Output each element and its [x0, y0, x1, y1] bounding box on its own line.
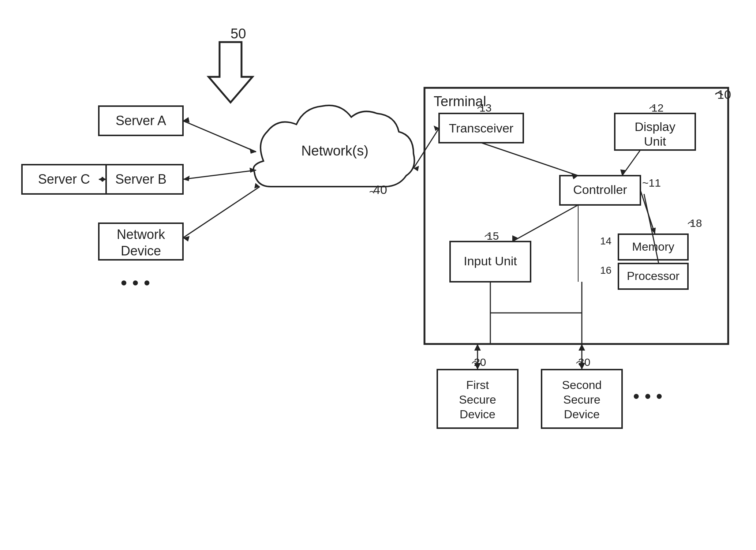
second-secure-label2: Secure: [563, 393, 600, 406]
memory-ref: 14: [600, 235, 611, 247]
network-device-label: Network: [117, 227, 165, 242]
second-secure-label3: Device: [564, 408, 600, 421]
input-unit-label: Input Unit: [464, 254, 517, 268]
server-b-label: Server B: [115, 172, 166, 187]
diagram-container: 50 Server A Server B Server C Network De…: [0, 0, 756, 550]
server-a-label: Server A: [116, 113, 166, 128]
ellipsis-left: • • •: [121, 273, 150, 293]
network-device-label2: Device: [121, 243, 161, 258]
ellipsis-right: • • •: [633, 386, 662, 407]
display-label2: Unit: [644, 134, 666, 148]
memory-label: Memory: [632, 240, 674, 253]
transceiver-label: Transceiver: [449, 121, 513, 135]
network-ref: 40: [373, 183, 387, 197]
server-c-label: Server C: [38, 172, 90, 187]
first-secure-label: First: [466, 378, 489, 392]
processor-label: Processor: [627, 269, 680, 283]
terminal-label: Terminal: [434, 94, 486, 109]
controller-label: Controller: [573, 183, 627, 197]
processor-ref: 16: [600, 265, 611, 276]
first-secure-label2: Secure: [459, 393, 496, 406]
label-50: 50: [231, 26, 246, 41]
transceiver-ref: 13: [479, 102, 491, 114]
first-secure-label3: Device: [460, 408, 495, 421]
display-ref: 12: [651, 102, 663, 114]
display-label: Display: [635, 120, 675, 134]
controller-ref: ~11: [642, 177, 661, 189]
second-secure-label: Second: [562, 378, 602, 392]
mem-proc-ref: 18: [690, 217, 702, 229]
input-ref: 15: [487, 230, 499, 242]
terminal-ref: 10: [717, 87, 731, 101]
svg-text:Network(s): Network(s): [301, 143, 368, 158]
